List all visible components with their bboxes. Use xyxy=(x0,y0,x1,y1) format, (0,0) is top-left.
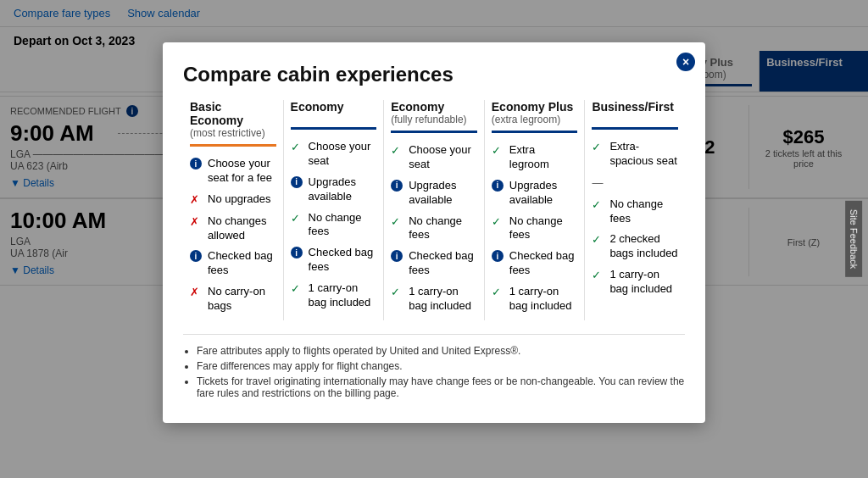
basic-economy-col-title: Basic Economy xyxy=(190,100,276,127)
feature-text: Checked bag fees xyxy=(309,246,377,275)
feature-row: ✓Extra legroom xyxy=(492,143,578,172)
feature-row: — xyxy=(592,175,678,191)
basic-economy-col-underline xyxy=(190,144,276,147)
feature-text: 1 carry-on bag included xyxy=(409,285,477,314)
feature-row: iUpgrades available xyxy=(291,175,377,204)
check-icon: ✓ xyxy=(492,286,501,298)
feature-text: Choose your seat xyxy=(309,140,377,169)
check-icon: ✓ xyxy=(592,198,601,211)
feature-row: iChoose your seat for a fee xyxy=(190,157,276,186)
feature-row: ✗No carry-on bags xyxy=(190,285,276,314)
modal-columns: Basic Economy(most restrictive)iChoose y… xyxy=(183,100,685,320)
cross-icon: ✗ xyxy=(190,215,199,228)
check-icon: ✓ xyxy=(492,144,501,157)
modal-divider xyxy=(183,334,685,335)
feature-row: iUpgrades available xyxy=(391,179,477,208)
feature-text: 1 carry-on bag included xyxy=(309,281,377,310)
feature-row: iChecked bag fees xyxy=(391,249,477,278)
info-icon: i xyxy=(391,180,403,192)
feature-row: ✓No change fees xyxy=(492,214,578,243)
feature-text: No change fees xyxy=(509,214,578,243)
site-feedback-tab[interactable]: Site Feedback xyxy=(845,201,862,277)
feature-text: Choose your seat xyxy=(409,143,477,172)
feature-row: ✗No changes allowed xyxy=(190,214,276,243)
feature-text: Extra legroom xyxy=(509,143,578,172)
check-icon: ✓ xyxy=(391,215,400,228)
economy-refund-col-sub: (fully refundable) xyxy=(391,114,477,125)
feature-row: ✓Extra-spacious seat xyxy=(592,140,678,169)
feature-text: 2 checked bags included xyxy=(609,232,678,261)
info-icon: i xyxy=(190,158,202,170)
feature-row: ✓1 carry-on bag included xyxy=(291,281,377,310)
check-icon: ✓ xyxy=(492,215,501,228)
feature-text: Choose your seat for a fee xyxy=(208,157,276,186)
info-icon: i xyxy=(291,176,303,188)
check-icon: ✓ xyxy=(592,233,601,246)
feature-text: No changes allowed xyxy=(208,214,276,243)
check-icon: ✓ xyxy=(592,141,601,153)
feature-row: ✓1 carry-on bag included xyxy=(391,285,477,314)
feature-row: ✓1 carry-on bag included xyxy=(592,268,678,297)
economy-col-title: Economy xyxy=(291,100,377,114)
feature-text: No change fees xyxy=(409,214,477,243)
basic-economy-col-sub: (most restrictive) xyxy=(190,127,276,139)
business-col: Business/First✓Extra-spacious seat—✓No c… xyxy=(585,100,685,320)
economy-refund-col-underline xyxy=(391,131,477,133)
feature-text: No carry-on bags xyxy=(208,285,276,314)
feature-row: ✓No change fees xyxy=(391,214,477,243)
feature-row: iUpgrades available xyxy=(492,179,578,208)
check-icon: ✓ xyxy=(391,286,400,298)
feature-row: ✓2 checked bags included xyxy=(592,232,678,261)
economy-plus-col: Economy Plus(extra legroom)✓Extra legroo… xyxy=(485,100,586,320)
economy-refund-col-title: Economy xyxy=(391,100,477,114)
basic-economy-col: Basic Economy(most restrictive)iChoose y… xyxy=(183,100,284,320)
feature-row: iChecked bag fees xyxy=(190,249,276,278)
feature-row: ✓Choose your seat xyxy=(391,143,477,172)
feature-row: ✓1 carry-on bag included xyxy=(492,285,578,314)
feature-text: No change fees xyxy=(609,197,678,226)
economy-plus-col-sub: (extra legroom) xyxy=(492,114,578,125)
economy-col-underline xyxy=(291,127,377,130)
info-icon: i xyxy=(291,247,303,258)
feature-text: Checked bag fees xyxy=(509,249,578,278)
check-icon: ✓ xyxy=(291,212,300,225)
business-col-title: Business/First xyxy=(592,100,678,114)
feature-text: No upgrades xyxy=(208,192,270,207)
footnote-item: Fare attributes apply to flights operate… xyxy=(197,345,685,357)
check-icon: ✓ xyxy=(291,141,300,153)
check-icon: ✓ xyxy=(592,269,601,281)
cross-icon: ✗ xyxy=(190,286,199,298)
footnotes: Fare attributes apply to flights operate… xyxy=(183,345,685,399)
modal-close-button[interactable]: × xyxy=(676,53,695,71)
modal-title: Compare cabin experiences xyxy=(183,63,685,86)
feature-text: Upgrades available xyxy=(309,175,377,204)
feature-text: Checked bag fees xyxy=(208,249,276,278)
info-icon: i xyxy=(190,250,202,262)
economy-refund-col: Economy(fully refundable)✓Choose your se… xyxy=(384,100,485,320)
info-icon: i xyxy=(492,180,504,192)
economy-col: Economy✓Choose your seatiUpgrades availa… xyxy=(284,100,385,320)
economy-plus-col-title: Economy Plus xyxy=(492,100,578,114)
dash-icon: — xyxy=(592,176,603,189)
feature-row: ✓Choose your seat xyxy=(291,140,377,169)
feature-text: Checked bag fees xyxy=(409,249,477,278)
feature-row: iChecked bag fees xyxy=(492,249,578,278)
check-icon: ✓ xyxy=(391,144,400,157)
info-icon: i xyxy=(492,250,504,262)
feature-text: 1 carry-on bag included xyxy=(509,285,578,314)
feature-text: Upgrades available xyxy=(509,179,578,208)
footnote-item: Fare differences may apply for flight ch… xyxy=(197,360,685,372)
feature-row: iChecked bag fees xyxy=(291,246,377,275)
feature-row: ✗No upgrades xyxy=(190,192,276,208)
footnote-item: Tickets for travel originating internati… xyxy=(197,375,685,399)
economy-plus-col-underline xyxy=(492,131,578,133)
feature-text: Upgrades available xyxy=(409,179,477,208)
feature-row: ✓No change fees xyxy=(592,197,678,226)
feature-text: Extra-spacious seat xyxy=(609,140,678,169)
info-icon: i xyxy=(391,250,403,262)
feature-row: ✓No change fees xyxy=(291,211,377,240)
cross-icon: ✗ xyxy=(190,193,199,206)
modal-overlay: × Compare cabin experiences Basic Econom… xyxy=(0,0,868,478)
feature-text: 1 carry-on bag included xyxy=(609,268,678,297)
compare-modal: × Compare cabin experiences Basic Econom… xyxy=(163,42,705,423)
